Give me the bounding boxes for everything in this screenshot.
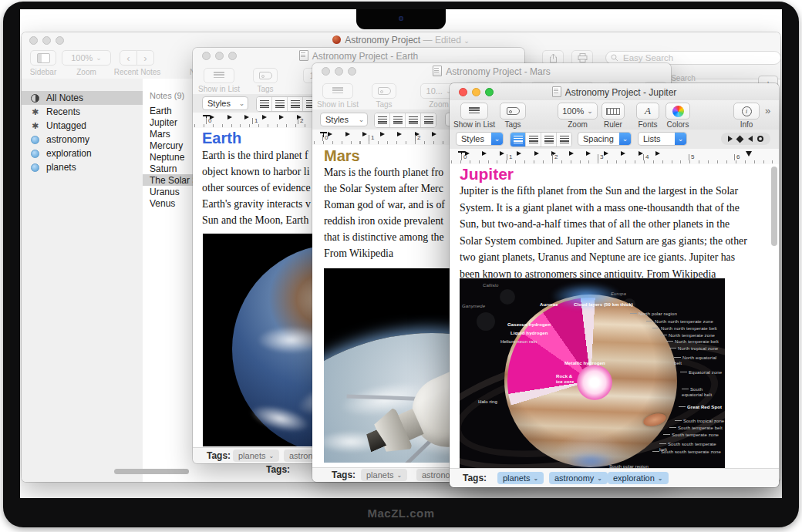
- zoom-dropdown[interactable]: 100%⌄: [62, 50, 111, 66]
- align-center-button[interactable]: [390, 113, 406, 127]
- sidebar-item-recents[interactable]: ✱ Recents: [22, 105, 143, 119]
- tags-button[interactable]: [500, 103, 526, 120]
- align-left-button[interactable]: [375, 113, 390, 127]
- tab-stop-icon: [621, 151, 625, 156]
- info-button[interactable]: i: [733, 103, 760, 120]
- sidebar-item-astronomy[interactable]: astronomy: [22, 133, 143, 146]
- ruler-number: 0: [206, 118, 211, 124]
- ruler-number: 0: [322, 135, 328, 141]
- styles-dropdown[interactable]: Styles⌄: [202, 96, 248, 110]
- align-right-button[interactable]: [557, 133, 571, 146]
- toolbar-overflow-icon[interactable]: »: [765, 105, 770, 116]
- show-in-list-button[interactable]: [204, 68, 234, 83]
- body-line: Earth's gravity interacts v: [202, 198, 311, 210]
- jupiter-ruler[interactable]: 0 1 2 3 4 5 6: [450, 149, 779, 165]
- diagram-label: Equatorial zone: [680, 370, 722, 375]
- align-justify-button[interactable]: [541, 133, 557, 146]
- tag-pill-planets[interactable]: planets⌄: [497, 472, 544, 484]
- jupiter-window: Astronomy Project - Jupiter Show in List…: [450, 83, 779, 487]
- screen: Astronomy Project — Edited ⌄ Sidebar 100…: [20, 9, 782, 498]
- spacing-dropdown[interactable]: Spacing⌄: [578, 132, 632, 146]
- content-vscrollbar[interactable]: [771, 167, 777, 246]
- tag-pill-astronomy[interactable]: astronomy⌄: [549, 472, 608, 484]
- tab-stop-icon: [432, 132, 436, 136]
- tag-pill-planets[interactable]: planets⌄: [361, 469, 407, 481]
- camera-notch: [356, 9, 446, 29]
- align-right-button[interactable]: [421, 113, 436, 127]
- chevron-down-icon: ⌄: [356, 113, 367, 126]
- minimize-icon[interactable]: [215, 52, 224, 60]
- zoom-window-icon[interactable]: [228, 52, 237, 60]
- show-in-list-label: Show in List: [453, 120, 495, 129]
- zoom-window-icon[interactable]: [348, 67, 356, 76]
- tags-button[interactable]: [372, 83, 396, 99]
- tag-pill-exploration[interactable]: exploration⌄: [608, 472, 669, 484]
- zoom-window-icon[interactable]: [56, 36, 64, 45]
- tags-button[interactable]: [253, 68, 278, 83]
- align-center-button[interactable]: [272, 97, 288, 111]
- center-tab-icon[interactable]: [757, 136, 763, 142]
- close-icon[interactable]: [322, 67, 330, 76]
- gear-icon: ✱: [30, 107, 40, 117]
- zoom-dropdown[interactable]: 100%⌄: [558, 103, 598, 120]
- alignment-buttons: [374, 113, 436, 128]
- jupiter-titlebar[interactable]: Astronomy Project - Jupiter: [450, 83, 779, 100]
- zoom-window-icon[interactable]: [485, 88, 494, 96]
- close-icon[interactable]: [202, 52, 211, 60]
- body-line: Solar System combined. Jupiter and Satur…: [460, 235, 747, 247]
- recent-forward-button[interactable]: ›: [136, 50, 154, 66]
- notes-hscrollbar[interactable]: [114, 469, 189, 474]
- first-line-indent-icon[interactable]: [203, 115, 210, 116]
- tag-pill-planets[interactable]: planets⌄: [233, 450, 279, 462]
- jupiter-tags-bar: Tags: planets⌄ astronomy⌄ exploration⌄: [450, 468, 779, 487]
- show-in-list-button[interactable]: [460, 103, 488, 120]
- minimize-icon[interactable]: [472, 88, 480, 96]
- fonts-button[interactable]: A: [636, 103, 659, 120]
- minimize-icon[interactable]: [42, 36, 51, 45]
- tab-stop-well[interactable]: [721, 133, 770, 145]
- zoom-label: Zoom: [429, 100, 449, 109]
- mars-titlebar[interactable]: Astronomy Project - Mars: [312, 63, 671, 79]
- earth-titlebar[interactable]: Astronomy Project - Earth: [193, 48, 524, 63]
- ruler-number: 1: [252, 118, 258, 124]
- decimal-tab-icon[interactable]: [736, 135, 744, 143]
- jupiter-content[interactable]: Jupiter Jupiter is the fifth planet from…: [450, 164, 779, 469]
- align-justify-button[interactable]: [288, 97, 303, 111]
- sidebar-item-exploration[interactable]: exploration: [22, 146, 143, 160]
- ruler-button[interactable]: [602, 103, 625, 120]
- blue-dot-icon: [30, 136, 40, 144]
- search-input[interactable]: [622, 52, 776, 63]
- list-icon: [469, 107, 480, 115]
- sidebar-item-untagged[interactable]: ✱ Untagged: [22, 119, 143, 133]
- show-in-list-button[interactable]: [322, 83, 353, 99]
- styles-dropdown[interactable]: Styles⌄: [320, 113, 368, 126]
- diagram-label: South temperate belt: [669, 426, 723, 431]
- blue-dot-icon: [30, 150, 40, 158]
- first-line-indent-icon[interactable]: [320, 132, 327, 133]
- minimize-icon[interactable]: [335, 67, 343, 76]
- align-justify-button[interactable]: [406, 113, 421, 127]
- lists-dropdown[interactable]: Lists⌄: [638, 132, 687, 146]
- sidebar-item-all-notes[interactable]: All Notes: [22, 91, 143, 105]
- recent-back-button[interactable]: ‹: [120, 50, 137, 66]
- right-indent-icon[interactable]: [746, 151, 752, 157]
- chevron-down-icon: ⌄: [268, 453, 274, 460]
- align-center-button[interactable]: [526, 133, 541, 146]
- close-icon[interactable]: [29, 36, 38, 45]
- main-titlebar[interactable]: Astronomy Project — Edited ⌄: [22, 32, 780, 48]
- first-line-indent-icon[interactable]: [458, 151, 465, 153]
- styles-dropdown[interactable]: Styles⌄: [456, 132, 504, 146]
- left-tab-icon[interactable]: [728, 136, 733, 142]
- sidebar-toggle-button[interactable]: [30, 50, 56, 66]
- align-left-button[interactable]: [511, 133, 526, 146]
- color-wheel-icon: [672, 106, 684, 117]
- colors-button[interactable]: [666, 103, 690, 120]
- close-icon[interactable]: [459, 88, 467, 96]
- body-line: From Wikipedia: [324, 247, 393, 260]
- alignment-buttons: [256, 96, 318, 112]
- ruler-number: 6: [734, 154, 740, 160]
- align-left-button[interactable]: [257, 97, 272, 111]
- sidebar-item-planets[interactable]: planets: [22, 160, 143, 174]
- chevron-down-icon: ⌄: [587, 107, 593, 115]
- right-tab-icon[interactable]: [748, 136, 753, 142]
